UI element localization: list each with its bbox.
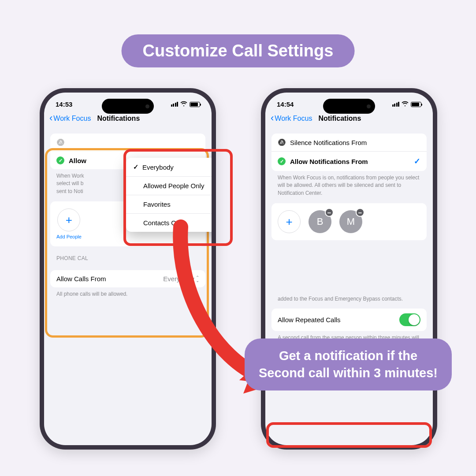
screen: 14:53 ‹ Work Focus Notifications xyxy=(44,93,212,445)
phone-mock-right: 14:54 ‹ Work Focus Notifications Silence… xyxy=(261,88,437,450)
popup-option-favorites[interactable]: Favorites xyxy=(126,195,212,214)
allow-calls-value: Everybody xyxy=(163,275,194,283)
checkmark-icon: ✓ xyxy=(133,163,139,171)
status-time: 14:54 xyxy=(277,100,294,108)
add-people-label: Add People xyxy=(56,234,82,239)
repeated-calls-label: Allow Repeated Calls xyxy=(278,316,341,324)
add-people-button[interactable]: + Add People xyxy=(56,208,82,239)
battery-icon xyxy=(190,102,200,107)
plus-icon: + xyxy=(57,208,80,231)
allow-label: Allow Notifications From xyxy=(290,158,409,165)
contact-avatar[interactable]: − M xyxy=(339,210,362,233)
popup-option-allowed-people[interactable]: Allowed People Only xyxy=(126,177,212,195)
cellular-icon xyxy=(171,102,178,107)
phone-mock-left: 14:53 ‹ Work Focus Notifications xyxy=(40,88,216,450)
popup-option-everybody[interactable]: ✓ Everybody xyxy=(126,158,212,177)
screen: 14:54 ‹ Work Focus Notifications Silence… xyxy=(265,93,433,445)
wifi-icon xyxy=(180,101,187,108)
bell-slash-icon xyxy=(278,138,286,146)
allow-calls-label: Allow Calls From xyxy=(56,275,106,283)
chevron-left-icon: ‹ xyxy=(271,113,274,123)
popup-option-contacts-only[interactable]: Contacts Only xyxy=(126,214,212,232)
back-button[interactable]: ‹ Work Focus xyxy=(271,114,312,123)
battery-icon xyxy=(411,102,421,107)
remove-icon[interactable]: − xyxy=(356,208,364,217)
back-label: Work Focus xyxy=(275,115,312,123)
plus-icon: + xyxy=(278,210,301,233)
allow-calls-from-row[interactable]: Allow Calls From Everybody ⌃⌄ xyxy=(50,270,205,287)
wifi-icon xyxy=(402,101,409,108)
chevron-left-icon: ‹ xyxy=(49,113,52,123)
checkmark-seal-icon: ✓ xyxy=(278,157,286,165)
nav-title: Notifications xyxy=(97,115,140,123)
toggle-on[interactable] xyxy=(399,313,420,326)
allow-row[interactable]: ✓ Allow Notifications From ✓ xyxy=(271,152,427,171)
chevron-up-down-icon: ⌃⌄ xyxy=(196,276,199,282)
people-card: + − B − M xyxy=(271,203,427,240)
silence-row[interactable]: Silence Notifications From xyxy=(271,134,427,152)
nav-title: Notifications xyxy=(318,115,361,123)
dynamic-island xyxy=(102,99,154,114)
silence-label: Silence Notifications From xyxy=(290,139,420,146)
contact-avatar[interactable]: − B xyxy=(309,210,331,233)
add-people-button[interactable]: + xyxy=(278,210,301,233)
calls-footer: All phone calls will be allowed. xyxy=(50,287,205,298)
dynamic-island xyxy=(323,99,375,114)
calls-footer-partial: added to the Focus and Emergency Bypass … xyxy=(271,292,427,303)
notifications-mode-card: Silence Notifications From ✓ Allow Notif… xyxy=(271,134,427,171)
allow-repeated-calls-row[interactable]: Allow Repeated Calls xyxy=(271,309,427,331)
section-label-phone-calls: PHONE CAL xyxy=(50,246,205,264)
checkmark-seal-icon: ✓ xyxy=(56,156,64,164)
page-title-pill: Customize Call Settings xyxy=(122,34,355,67)
back-label: Work Focus xyxy=(53,115,91,123)
footer-text: When Work Focus is on, notifications fro… xyxy=(271,171,427,197)
remove-icon[interactable]: − xyxy=(325,208,334,217)
checkmark-icon: ✓ xyxy=(414,156,420,166)
silence-row[interactable] xyxy=(50,134,205,152)
repeated-calls-card: Allow Repeated Calls xyxy=(271,309,427,331)
bell-slash-icon xyxy=(56,138,64,146)
calls-from-popup: ✓ Everybody Allowed People Only Favorite… xyxy=(126,158,212,232)
callout-bubble: Get a notification if the Second call wi… xyxy=(245,338,452,390)
back-button[interactable]: ‹ Work Focus xyxy=(49,114,91,123)
cellular-icon xyxy=(392,102,400,107)
status-time: 14:53 xyxy=(56,100,72,108)
allow-calls-card: Allow Calls From Everybody ⌃⌄ xyxy=(50,270,205,287)
